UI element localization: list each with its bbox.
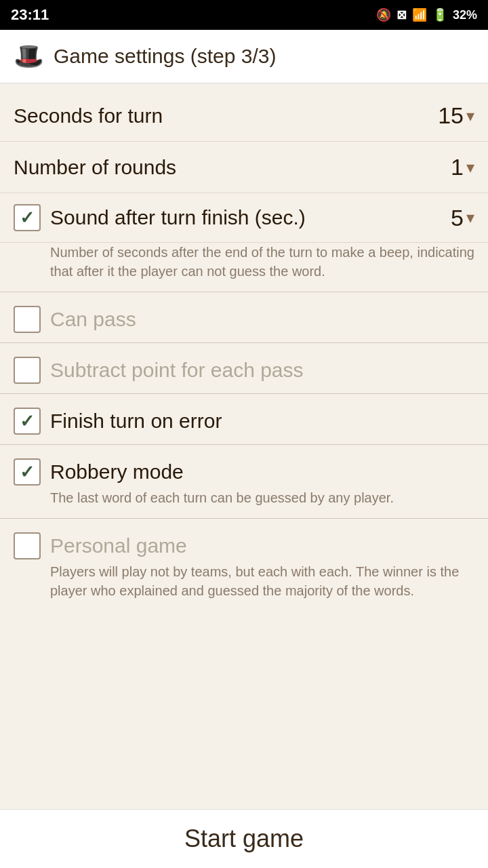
robbery-mode-label: Robbery mode: [50, 460, 184, 484]
personal-game-label: Personal game: [50, 534, 187, 557]
sound-after-turn-checkbox-label: Sound after turn finish (sec.): [14, 204, 423, 231]
seconds-for-turn-value-box[interactable]: 15 ▾: [423, 102, 474, 129]
sound-after-turn-label: Sound after turn finish (sec.): [50, 206, 306, 229]
number-of-rounds-label: Number of rounds: [14, 156, 176, 179]
sound-after-turn-section: Sound after turn finish (sec.) 5 ▾ Numbe…: [0, 193, 488, 292]
sim-icon: ⊠: [396, 7, 407, 22]
personal-game-checkbox[interactable]: [14, 532, 41, 559]
subtract-point-label: Subtract point for each pass: [50, 359, 304, 382]
sound-after-turn-value-box[interactable]: 5 ▾: [423, 205, 474, 231]
seconds-for-turn-label: Seconds for turn: [14, 104, 163, 127]
sound-after-turn-row: Sound after turn finish (sec.) 5 ▾: [0, 193, 488, 243]
main-content: Seconds for turn 15 ▾ Number of rounds 1…: [0, 83, 488, 809]
sound-after-turn-value: 5: [423, 205, 464, 231]
can-pass-row: Can pass: [0, 292, 488, 342]
number-of-rounds-value: 1: [423, 154, 464, 180]
sound-after-turn-arrow: ▾: [466, 210, 474, 226]
page-title: Game settings (step 3/3): [54, 45, 276, 68]
personal-game-description: Players will play not by teams, but each…: [0, 562, 488, 611]
can-pass-label: Can pass: [50, 308, 136, 331]
number-of-rounds-arrow: ▾: [466, 159, 474, 176]
seconds-for-turn-value: 15: [423, 102, 464, 129]
page-header: 🎩 Game settings (step 3/3): [0, 30, 488, 83]
seconds-for-turn-arrow: ▾: [466, 108, 474, 124]
finish-turn-on-error-row: Finish turn on error: [0, 394, 488, 444]
subtract-point-checkbox[interactable]: [14, 357, 41, 384]
footer: Start game: [0, 809, 488, 868]
robbery-mode-row: Robbery mode: [0, 445, 488, 488]
can-pass-checkbox[interactable]: [14, 306, 41, 333]
robbery-mode-description: The last word of each turn can be guesse…: [0, 488, 488, 518]
start-game-button[interactable]: Start game: [184, 825, 304, 853]
status-right: 🔕 ⊠ 📶 🔋 32%: [376, 7, 477, 22]
status-time: 23:11: [11, 6, 49, 24]
sound-after-turn-checkbox[interactable]: [14, 204, 41, 231]
finish-turn-on-error-label: Finish turn on error: [50, 410, 222, 433]
header-icon: 🎩: [14, 42, 44, 71]
personal-game-row: Personal game: [0, 519, 488, 562]
battery-icon: 🔋: [432, 7, 447, 22]
wifi-icon: 📶: [412, 7, 427, 22]
number-of-rounds-row[interactable]: Number of rounds 1 ▾: [0, 142, 488, 193]
robbery-mode-checkbox[interactable]: [14, 458, 41, 486]
battery-percent: 32%: [453, 8, 477, 22]
sound-after-turn-description: Number of seconds after the end of the t…: [0, 243, 488, 292]
seconds-for-turn-row[interactable]: Seconds for turn 15 ▾: [0, 90, 488, 142]
subtract-point-row: Subtract point for each pass: [0, 343, 488, 393]
finish-turn-on-error-checkbox[interactable]: [14, 408, 41, 435]
status-bar: 23:11 🔕 ⊠ 📶 🔋 32%: [0, 0, 488, 30]
number-of-rounds-value-box[interactable]: 1 ▾: [423, 154, 474, 180]
mute-icon: 🔕: [376, 7, 391, 22]
